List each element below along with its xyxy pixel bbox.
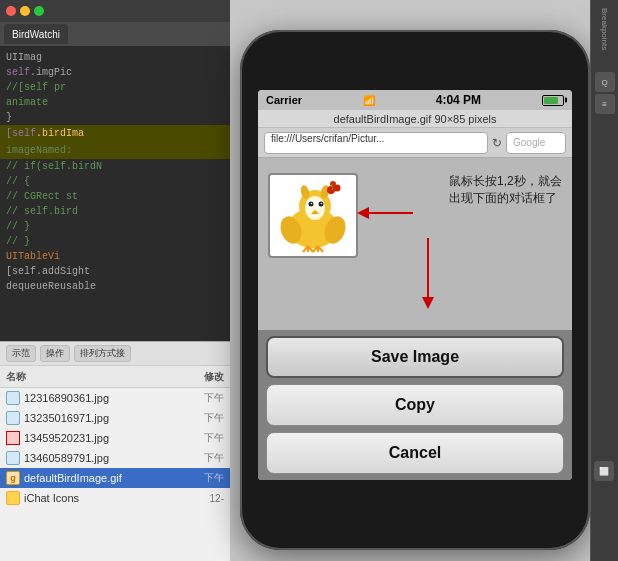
- file-date: 下午: [196, 451, 224, 465]
- file-name: defaultBirdImage.gif: [24, 472, 192, 484]
- list-item[interactable]: iChat Icons 12-: [0, 488, 230, 508]
- time-display: 4:04 PM: [436, 93, 481, 107]
- annotation-container: 鼠标长按1,2秒，就会出现下面的对话框了: [449, 173, 564, 207]
- file-type-icon: [6, 431, 20, 445]
- file-panel-header: 名称 修改: [0, 366, 230, 388]
- ide-tab-active[interactable]: BirdWatchi: [4, 24, 68, 44]
- page-title: defaultBirdImage.gif 90×85 pixels: [258, 110, 572, 128]
- phone-body: Carrier 📶 4:04 PM defaultBirdImage.gif 9…: [240, 30, 590, 550]
- file-type-icon: [6, 391, 20, 405]
- save-image-button[interactable]: Save Image: [266, 336, 564, 378]
- file-date: 下午: [196, 431, 224, 445]
- column-date: 修改: [174, 370, 224, 384]
- file-date: 下午: [196, 411, 224, 425]
- ide-top-bar: [0, 0, 230, 22]
- file-name: 13460589791.jpg: [24, 452, 192, 464]
- toolbar-show-button[interactable]: 示范: [6, 345, 36, 362]
- file-name: 13459520231.jpg: [24, 432, 192, 444]
- toolbar-action-button[interactable]: 操作: [40, 345, 70, 362]
- svg-point-9: [311, 203, 313, 205]
- url-bar[interactable]: file:///Users/crifan/Pictur... ↻ Google: [258, 128, 572, 158]
- close-window-button[interactable]: [6, 6, 16, 16]
- right-panel-button-2[interactable]: ≡: [595, 94, 615, 114]
- column-name: 名称: [6, 370, 174, 384]
- ide-tab-bar: BirdWatchi: [0, 22, 230, 46]
- file-panel-toolbar: 示范 操作 排列方式接: [0, 342, 230, 366]
- phone-simulator: Carrier 📶 4:04 PM defaultBirdImage.gif 9…: [240, 30, 590, 550]
- file-type-icon: g: [6, 471, 20, 485]
- file-panel: 示范 操作 排列方式接 名称 修改 12316890361.jpg 下午 132…: [0, 341, 230, 561]
- status-bar: Carrier 📶 4:04 PM: [258, 90, 572, 110]
- list-item[interactable]: 12316890361.jpg 下午: [0, 388, 230, 408]
- file-name: iChat Icons: [24, 492, 192, 504]
- list-item-selected[interactable]: g defaultBirdImage.gif 下午: [0, 468, 230, 488]
- url-input[interactable]: file:///Users/crifan/Pictur...: [264, 132, 488, 154]
- list-item[interactable]: 13459520231.jpg 下午: [0, 428, 230, 448]
- file-name: 13235016971.jpg: [24, 412, 192, 424]
- bird-image: [273, 178, 353, 253]
- annotation-text: 鼠标长按1,2秒，就会出现下面的对话框了: [449, 173, 564, 207]
- file-type-icon: [6, 491, 20, 505]
- file-list: 12316890361.jpg 下午 13235016971.jpg 下午 13…: [0, 388, 230, 508]
- right-panel-thumb[interactable]: ⬜: [594, 461, 614, 481]
- browser-content: 鼠标长按1,2秒，就会出现下面的对话框了: [258, 158, 572, 480]
- image-preview: [268, 173, 358, 258]
- file-date: 12-: [196, 493, 224, 504]
- copy-button[interactable]: Copy: [266, 384, 564, 426]
- file-type-icon: [6, 411, 20, 425]
- cancel-button[interactable]: Cancel: [266, 432, 564, 474]
- svg-point-10: [321, 203, 323, 205]
- file-name: 12316890361.jpg: [24, 392, 192, 404]
- minimize-window-button[interactable]: [20, 6, 30, 16]
- action-sheet: Save Image Copy Cancel: [258, 330, 572, 480]
- file-type-icon: [6, 451, 20, 465]
- svg-point-4: [305, 196, 325, 220]
- right-panel-button-1[interactable]: Q: [595, 72, 615, 92]
- list-item[interactable]: 13235016971.jpg 下午: [0, 408, 230, 428]
- file-date: 下午: [196, 391, 224, 405]
- ide-panel: BirdWatchi UIImag self.imgPic //[self pr…: [0, 0, 230, 561]
- code-editor[interactable]: UIImag self.imgPic //[self pr animate } …: [0, 46, 230, 298]
- battery-indicator: [542, 95, 564, 106]
- breakpoints-label: Breakpoints: [600, 8, 609, 50]
- list-item[interactable]: 13460589791.jpg 下午: [0, 448, 230, 468]
- carrier-label: Carrier: [266, 94, 302, 106]
- phone-screen: Carrier 📶 4:04 PM defaultBirdImage.gif 9…: [258, 90, 572, 480]
- refresh-button[interactable]: ↻: [492, 136, 502, 150]
- svg-point-22: [330, 181, 336, 187]
- maximize-window-button[interactable]: [34, 6, 44, 16]
- toolbar-sort-button[interactable]: 排列方式接: [74, 345, 131, 362]
- file-date: 下午: [196, 471, 224, 485]
- search-input[interactable]: Google: [506, 132, 566, 154]
- right-panel: Breakpoints Q ≡ ⬜: [590, 0, 618, 561]
